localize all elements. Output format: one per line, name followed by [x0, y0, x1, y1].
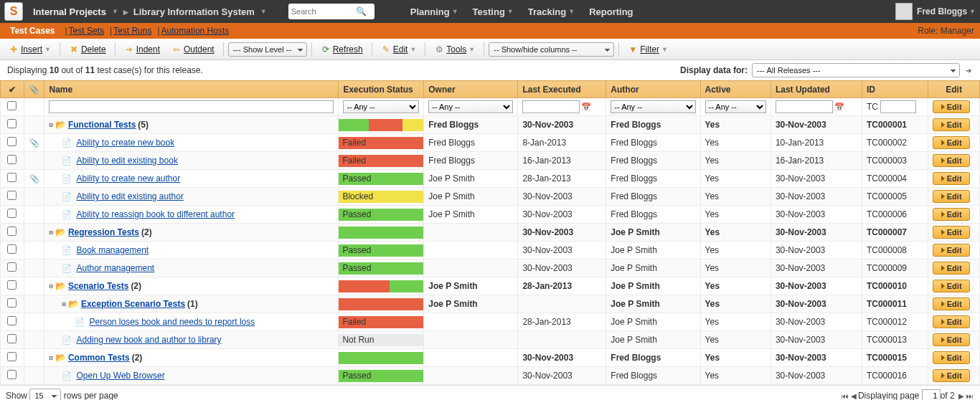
edit-row-button[interactable]: Edit: [933, 333, 970, 346]
calendar-icon[interactable]: 📅: [581, 103, 591, 111]
row-checkbox[interactable]: [7, 244, 17, 254]
edit-row-button[interactable]: Edit: [933, 154, 970, 167]
edit-row-button[interactable]: Edit: [933, 351, 970, 364]
row-checkbox[interactable]: [7, 262, 17, 272]
search-input[interactable]: [291, 7, 356, 16]
expand-icon[interactable]: ⊟: [49, 121, 52, 128]
row-checkbox[interactable]: [7, 227, 17, 236]
test-folder-link[interactable]: Exception Scenario Tests: [81, 299, 185, 309]
filter-id-input[interactable]: [880, 100, 916, 113]
edit-row-button[interactable]: Edit: [933, 172, 970, 185]
tab-automation-hosts[interactable]: Automation Hosts: [161, 26, 230, 36]
outdent-button[interactable]: ⇐Outdent: [167, 43, 219, 56]
expand-icon[interactable]: ⊟: [49, 229, 52, 236]
first-page-icon[interactable]: ⏮: [841, 391, 849, 401]
row-checkbox[interactable]: [7, 352, 17, 361]
next-page-icon[interactable]: ▶: [957, 391, 966, 401]
nav-planning[interactable]: Planning▼: [410, 6, 458, 17]
search-box[interactable]: 🔍: [288, 4, 374, 19]
tools-menu-button[interactable]: ⚙Tools▼: [430, 43, 479, 56]
edit-row-button[interactable]: Edit: [933, 208, 970, 221]
col-id[interactable]: ID: [862, 81, 928, 98]
nav-tracking[interactable]: Tracking▼: [528, 6, 575, 17]
calendar-icon[interactable]: 📅: [834, 103, 844, 111]
row-checkbox[interactable]: [7, 370, 17, 379]
expand-icon[interactable]: ⊟: [49, 282, 52, 290]
test-case-link[interactable]: Person loses book and needs to report lo…: [89, 317, 255, 327]
edit-row-button[interactable]: Edit: [933, 369, 970, 382]
col-exec-status[interactable]: Execution Status: [339, 81, 424, 98]
filter-exec-select[interactable]: -- Any --: [343, 100, 419, 113]
search-icon[interactable]: 🔍: [356, 6, 367, 16]
row-checkbox[interactable]: [7, 334, 17, 343]
col-check[interactable]: ✔: [1, 81, 24, 98]
select-all-checkbox[interactable]: [7, 101, 17, 110]
edit-row-button[interactable]: Edit: [933, 262, 970, 275]
col-owner[interactable]: Owner: [424, 81, 518, 98]
indent-button[interactable]: ➔Indent: [120, 43, 164, 56]
row-checkbox[interactable]: [7, 280, 17, 290]
show-level-select[interactable]: --- Show Level ---: [228, 42, 307, 57]
page-input[interactable]: [922, 389, 941, 400]
test-folder-link[interactable]: Functional Tests: [68, 120, 136, 130]
edit-row-button[interactable]: Edit: [933, 315, 970, 328]
filter-name-input[interactable]: [49, 100, 334, 113]
filter-active-select[interactable]: -- Any --: [705, 100, 766, 113]
rows-per-page-select[interactable]: 15: [29, 389, 61, 400]
edit-row-button[interactable]: Edit: [933, 136, 970, 149]
col-active[interactable]: Active: [700, 81, 771, 98]
last-page-icon[interactable]: ⏭: [966, 391, 974, 401]
breadcrumb-projects[interactable]: Internal Projects: [33, 6, 106, 17]
edit-row-button[interactable]: Edit: [933, 280, 970, 292]
col-name[interactable]: Name: [44, 81, 339, 98]
row-checkbox[interactable]: [7, 298, 17, 308]
col-attach[interactable]: 📎: [24, 81, 44, 98]
show-hide-columns-select[interactable]: -- Show/hide columns --: [489, 42, 614, 57]
filter-edit-button[interactable]: Edit: [933, 100, 970, 113]
app-logo[interactable]: S: [4, 2, 23, 21]
row-checkbox[interactable]: [7, 137, 17, 146]
tab-test-runs[interactable]: Test Runs: [113, 26, 151, 36]
row-checkbox[interactable]: [7, 316, 17, 325]
go-icon[interactable]: ➔: [964, 66, 973, 75]
chevron-down-icon[interactable]: ▼: [112, 8, 118, 15]
expand-icon[interactable]: ⊟: [49, 354, 52, 361]
row-checkbox[interactable]: [7, 209, 17, 218]
filter-lastexec-input[interactable]: [522, 100, 580, 113]
filter-owner-select[interactable]: -- Any --: [428, 100, 513, 113]
test-case-link[interactable]: Ability to edit existing author: [76, 191, 183, 201]
col-last-updated[interactable]: Last Updated: [771, 81, 862, 98]
user-menu[interactable]: Fred Bloggs▼: [895, 3, 976, 20]
col-author[interactable]: Author: [606, 81, 700, 98]
test-case-link[interactable]: Book management: [76, 245, 149, 255]
edit-row-button[interactable]: Edit: [933, 118, 970, 131]
row-checkbox[interactable]: [7, 155, 17, 164]
tab-test-cases[interactable]: Test Cases: [6, 24, 59, 38]
expand-icon[interactable]: ⊟: [62, 300, 65, 308]
test-case-link[interactable]: Ability to reassign book to different au…: [76, 209, 235, 219]
filter-button[interactable]: ▼Filter▼: [623, 43, 672, 56]
delete-button[interactable]: ✖Delete: [65, 43, 110, 56]
prev-page-icon[interactable]: ◀: [849, 391, 858, 401]
test-case-link[interactable]: Adding new book and author to library: [76, 335, 221, 345]
tab-test-sets[interactable]: Test Sets: [69, 26, 104, 36]
test-case-link[interactable]: Ability to edit existing book: [76, 156, 177, 166]
row-checkbox[interactable]: [7, 119, 17, 128]
nav-reporting[interactable]: Reporting: [589, 6, 633, 17]
test-folder-link[interactable]: Scenario Tests: [68, 281, 128, 291]
filter-lastupd-input[interactable]: [776, 100, 833, 113]
refresh-button[interactable]: ⟳Refresh: [316, 43, 367, 56]
filter-author-select[interactable]: -- Any --: [611, 100, 695, 113]
chevron-down-icon[interactable]: ▼: [260, 8, 267, 15]
test-folder-link[interactable]: Regression Tests: [68, 227, 139, 237]
test-case-link[interactable]: Ability to create new author: [76, 173, 180, 184]
edit-row-button[interactable]: Edit: [933, 297, 970, 310]
edit-row-button[interactable]: Edit: [933, 190, 970, 203]
row-checkbox[interactable]: [7, 191, 17, 200]
col-last-executed[interactable]: Last Executed: [518, 81, 606, 98]
row-checkbox[interactable]: [7, 173, 17, 182]
edit-row-button[interactable]: Edit: [933, 226, 970, 239]
edit-row-button[interactable]: Edit: [933, 244, 970, 257]
test-folder-link[interactable]: Common Tests: [68, 353, 130, 363]
releases-select[interactable]: --- All Releases ---: [752, 63, 960, 77]
